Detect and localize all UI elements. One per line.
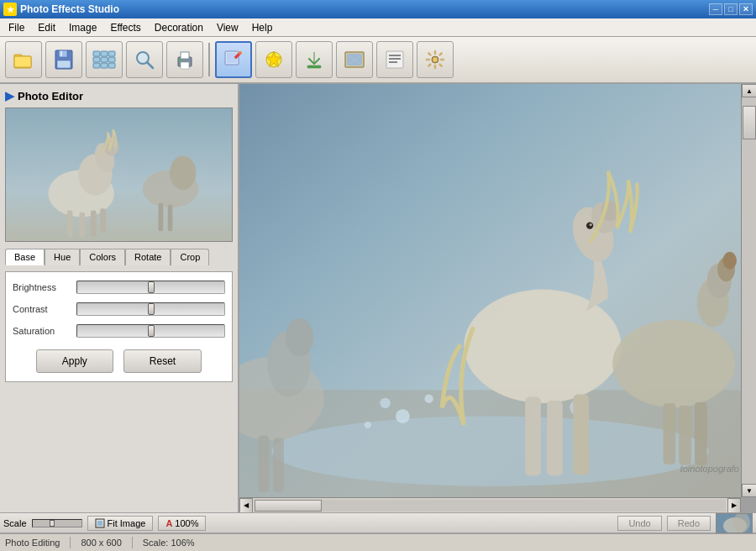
- contrast-thumb[interactable]: [148, 303, 155, 315]
- menu-image[interactable]: Image: [62, 18, 103, 36]
- svg-line-17: [147, 62, 153, 68]
- menu-decoration[interactable]: Decoration: [148, 18, 210, 36]
- svg-rect-20: [181, 52, 189, 59]
- svg-rect-22: [179, 59, 181, 60]
- photo-editor-button[interactable]: [215, 41, 252, 78]
- left-panel: ▶ Photo Editor: [0, 84, 239, 512]
- canvas-area: ▲ ▼ ◀ ▶ toinotopografo: [239, 84, 756, 512]
- svg-rect-2: [14, 56, 31, 67]
- svg-point-55: [424, 394, 433, 402]
- menu-file[interactable]: File: [2, 18, 31, 36]
- svg-rect-4: [59, 50, 67, 57]
- print-button[interactable]: [166, 41, 203, 78]
- svg-point-60: [464, 290, 621, 403]
- zoom-icon: A: [165, 518, 172, 528]
- download-button[interactable]: [296, 41, 333, 78]
- svg-point-18: [139, 54, 147, 62]
- status-separator: [70, 537, 71, 548]
- zoom-value: 100%: [175, 518, 198, 528]
- tab-rotate[interactable]: Rotate: [125, 249, 171, 265]
- svg-rect-6: [60, 51, 62, 56]
- svg-marker-28: [308, 52, 320, 65]
- fit-image-button[interactable]: Fit Image: [87, 516, 154, 531]
- tab-colors[interactable]: Colors: [80, 249, 125, 265]
- svg-rect-49: [159, 203, 164, 232]
- brightness-label: Brightness: [13, 282, 71, 292]
- svg-rect-83: [97, 521, 102, 526]
- svg-rect-14: [101, 63, 108, 68]
- svg-point-65: [590, 223, 592, 226]
- svg-point-37: [433, 58, 438, 62]
- scale-thumb[interactable]: [50, 520, 55, 527]
- saturation-label: Saturation: [13, 326, 71, 336]
- svg-rect-21: [181, 62, 189, 69]
- svg-point-25: [239, 51, 242, 55]
- frame-button[interactable]: [336, 41, 373, 78]
- brightness-slider[interactable]: [76, 281, 225, 294]
- menu-edit[interactable]: Edit: [31, 18, 62, 36]
- menu-view[interactable]: View: [210, 18, 245, 36]
- redo-button[interactable]: Redo: [667, 516, 711, 531]
- app-title: Photo Effects Studio: [20, 3, 119, 15]
- svg-rect-50: [168, 205, 173, 231]
- maximize-button[interactable]: □: [724, 3, 738, 15]
- scroll-left-button[interactable]: ◀: [239, 498, 253, 513]
- scroll-thumb-h[interactable]: [255, 500, 322, 512]
- scroll-down-button[interactable]: ▼: [742, 484, 756, 497]
- main-container: ▶ Photo Editor: [0, 84, 756, 512]
- panel-header-icon: ▶: [5, 89, 14, 102]
- undo-button[interactable]: Undo: [617, 516, 661, 531]
- close-button[interactable]: ✕: [739, 3, 753, 15]
- svg-rect-44: [79, 213, 85, 237]
- tab-base[interactable]: Base: [5, 249, 45, 265]
- tabs: Base Hue Colors Rotate Crop: [5, 249, 233, 265]
- brightness-row: Brightness: [13, 281, 225, 294]
- svg-rect-80: [259, 435, 269, 492]
- zoom-display: A 100%: [158, 516, 206, 531]
- horizontal-scrollbar[interactable]: ◀ ▶: [239, 497, 741, 512]
- settings-button[interactable]: [417, 41, 454, 78]
- svg-point-56: [380, 398, 390, 408]
- svg-rect-67: [547, 401, 563, 476]
- svg-rect-81: [273, 438, 283, 493]
- search-button[interactable]: [126, 41, 163, 78]
- scroll-right-button[interactable]: ▶: [727, 498, 741, 513]
- contrast-slider[interactable]: [76, 302, 225, 316]
- reset-button[interactable]: Reset: [123, 349, 202, 373]
- status-text: Photo Editing: [5, 538, 60, 548]
- tab-content: Brightness Contrast Saturation: [5, 271, 233, 382]
- scroll-up-button[interactable]: ▲: [742, 84, 756, 97]
- window-controls: ─ □ ✕: [709, 3, 753, 15]
- svg-point-53: [271, 417, 708, 486]
- title-bar: ★ Photo Effects Studio ─ □ ✕: [0, 0, 756, 18]
- minimize-button[interactable]: ─: [709, 3, 722, 15]
- text-button[interactable]: [376, 41, 413, 78]
- menu-help[interactable]: Help: [245, 18, 280, 36]
- brightness-thumb[interactable]: [148, 281, 155, 293]
- main-canvas[interactable]: [239, 84, 741, 512]
- menu-effects[interactable]: Effects: [103, 18, 147, 36]
- svg-rect-38: [6, 108, 232, 241]
- corner-preview: [716, 513, 753, 533]
- svg-rect-12: [108, 57, 115, 62]
- apply-button[interactable]: Apply: [36, 349, 113, 373]
- scale-label: Scale: [3, 518, 27, 528]
- scale-info: Scale: 106%: [143, 538, 195, 548]
- scroll-thumb-v[interactable]: [743, 106, 756, 139]
- saturation-slider[interactable]: [76, 324, 225, 338]
- svg-rect-5: [57, 60, 71, 68]
- effects-button[interactable]: [255, 41, 292, 78]
- tab-hue[interactable]: Hue: [45, 249, 80, 265]
- scale-slider[interactable]: [32, 519, 82, 527]
- saturation-thumb[interactable]: [148, 325, 155, 337]
- save-button[interactable]: [45, 41, 82, 78]
- horse-image: [239, 84, 741, 512]
- contrast-label: Contrast: [13, 304, 71, 314]
- svg-rect-68: [573, 394, 589, 475]
- browse-button[interactable]: [86, 41, 123, 78]
- status-bar: Photo Editing 800 x 600 Scale: 106%: [0, 533, 756, 551]
- panel-title: Photo Editor: [18, 90, 83, 102]
- tab-crop[interactable]: Crop: [171, 249, 209, 265]
- vertical-scrollbar[interactable]: ▲ ▼: [741, 84, 756, 497]
- open-button[interactable]: [5, 41, 42, 78]
